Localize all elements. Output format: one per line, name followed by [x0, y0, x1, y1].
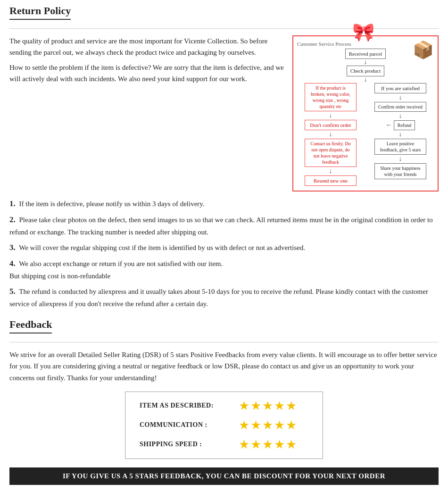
stars-label-2: COMMUNICATION : [140, 421, 234, 429]
policy-list: 1. If the item is defective, please noti… [9, 197, 439, 309]
intro-para-2: How to settle the problem if the item is… [9, 62, 284, 84]
bow-decoration: 🎀 [352, 23, 374, 41]
stars-row-2: COMMUNICATION : ★★★★★ [140, 418, 308, 433]
fc-broken-label: If the product is broken, wrong color, w… [305, 83, 357, 111]
fc-arrow-right-2: ↓ [399, 113, 402, 119]
fc-refund-arrow-left: ← [386, 121, 392, 129]
fc-arrow-1: ↓ [364, 59, 367, 66]
fc-split-row: If the product is broken, wrong color, w… [297, 83, 434, 186]
fc-refund: Refund [394, 120, 415, 130]
fc-leave-feedback: Leave positive feedback, give 5 stars [374, 139, 426, 155]
policy-num-5: 5. [9, 287, 16, 296]
feedback-text: We strive for an overall Detailed Seller… [9, 349, 439, 384]
fc-arrow-right-3: ↓ [399, 131, 402, 138]
policy-text-1: If the item is defective, please notify … [19, 200, 205, 208]
fc-dont-confirm: Don't confirm order [305, 120, 357, 130]
stars-3: ★★★★★ [239, 437, 298, 452]
stars-label-3: SHIPPING SPEED : [140, 441, 234, 448]
policy-item-3: 3. We will cover the regular shipping co… [9, 241, 439, 254]
fc-confirm-order: Confirm order received [374, 102, 426, 112]
policy-text-4: We also accept exchange or return if you… [9, 260, 223, 280]
policy-item-4: 4. We also accept exchange or return if … [9, 257, 439, 282]
policy-num-2: 2. [9, 215, 16, 224]
stars-2: ★★★★★ [239, 418, 298, 433]
feedback-title: Feedback [9, 318, 52, 333]
stars-table: ITEM AS DESCRIBED: ★★★★★ COMMUNICATION :… [125, 392, 323, 459]
return-intro-text: The quality of product and service are t… [9, 35, 284, 192]
policy-text-5: The refund is conducted by aliexpress an… [9, 288, 428, 308]
fc-resend: Resend new one [305, 175, 357, 186]
policy-num-4: 4. [9, 259, 16, 268]
policy-num-3: 3. [9, 243, 16, 252]
flowchart-box: 🎀 📦 Customer Service Process Received pa… [292, 35, 439, 192]
flowchart-main: Received parcel ↓ Check product ↓ If the… [297, 49, 434, 186]
fc-satisfied-label: If you are satisfied [374, 83, 426, 93]
fc-arrow-right-1: ↓ [399, 94, 402, 101]
stars-label-1: ITEM AS DESCRIBED: [140, 402, 234, 409]
return-policy-body: The quality of product and service are t… [9, 35, 439, 192]
fc-arrow-2: ↓ [364, 76, 367, 83]
policy-text-2: Please take clear photos on the defect, … [9, 216, 433, 236]
fc-arrow-left-3: ↓ [329, 168, 332, 175]
fc-refund-row: ← Refund [386, 120, 415, 130]
feedback-divider [9, 342, 439, 342]
intro-para-1: The quality of product and service are t… [9, 35, 284, 58]
policy-item-2: 2. Please take clear photos on the defec… [9, 213, 439, 238]
fc-check-product: Check product [347, 66, 384, 76]
return-policy-title: Return Policy [9, 5, 71, 20]
policy-item-5: 5. The refund is conducted by aliexpress… [9, 285, 439, 310]
stars-row-3: SHIPPING SPEED : ★★★★★ [140, 437, 308, 452]
bottom-banner: IF YOU GIVE US A 5 STARS FEEDBACK, YOU C… [9, 467, 439, 485]
feedback-section: Feedback We strive for an overall Detail… [9, 318, 439, 485]
stars-1: ★★★★★ [239, 399, 298, 413]
fc-arrow-left-1: ↓ [329, 112, 332, 119]
fc-right-branch: If you are satisfied ↓ Confirm order rec… [367, 83, 434, 179]
delivery-man-icon: 📦 [413, 40, 434, 60]
fc-left-branch: If the product is broken, wrong color, w… [297, 83, 364, 186]
policy-text-3: We will cover the regular shipping cost … [19, 244, 305, 251]
fc-received-parcel: Received parcel [345, 49, 386, 59]
return-policy-section: Return Policy The quality of product and… [9, 5, 439, 310]
fc-arrow-left-2: ↓ [329, 131, 332, 138]
policy-num-1: 1. [9, 199, 16, 208]
fc-contact-us: Contact us firstly. Do not open dispute,… [305, 139, 357, 167]
fc-arrow-right-4: ↓ [399, 156, 402, 162]
policy-item-1: 1. If the item is defective, please noti… [9, 197, 439, 210]
stars-row-1: ITEM AS DESCRIBED: ★★★★★ [140, 399, 308, 413]
fc-share-happiness: Share your happiness with your friends [374, 163, 426, 179]
